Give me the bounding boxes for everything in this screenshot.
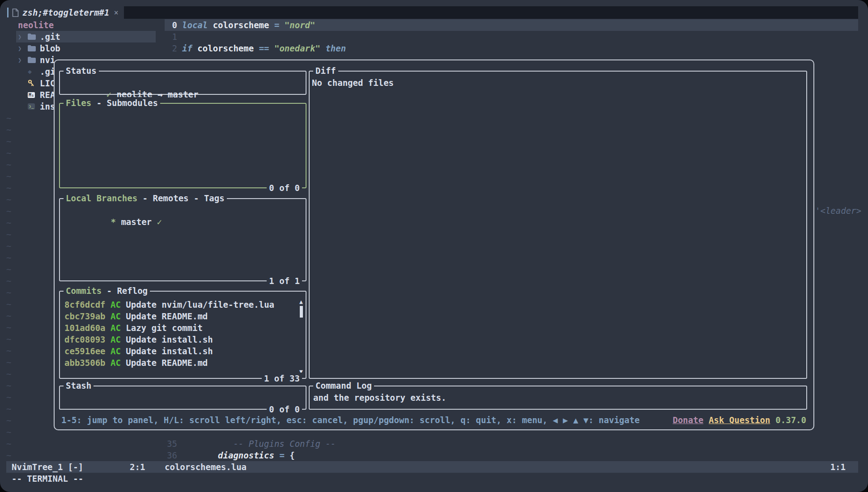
folder-icon: [28, 57, 40, 63]
donate-link[interactable]: Donate: [672, 414, 703, 426]
lazygit-float-window: Status ✓ neolite → master Files - Submod…: [54, 59, 814, 430]
tree-item-label: .gi: [40, 66, 55, 77]
line-number: 35: [165, 438, 177, 450]
panel-diff[interactable]: Diff No changed files: [309, 71, 807, 379]
code-line: 36 diagnostics = {: [165, 450, 336, 461]
panel-files[interactable]: Files - Submodules 0 of 0: [59, 103, 306, 188]
folder-icon: [28, 45, 40, 51]
commit-author: AC: [106, 358, 126, 368]
empty-line-tildes: ~~~~~~~~~~~~~~~~~~~~~~~~~~~~~~: [6, 112, 11, 461]
panel-tab-local-branches[interactable]: Local Branches: [66, 193, 137, 203]
panel-status-title: Status: [64, 65, 99, 76]
diff-content: No changed files: [310, 72, 806, 89]
line-number: 0: [165, 19, 177, 31]
leader-pending-keys: '<leader>: [815, 205, 861, 216]
keybinding-hints: 1-5: jump to panel, H/L: scroll left/rig…: [61, 414, 640, 426]
commit-author: AC: [106, 300, 126, 310]
commit-message: Update nvim/lua/file-tree.lua: [126, 300, 274, 310]
commit-hash: 101ad60a: [64, 323, 106, 333]
statusline: NvimTree_1 [-] 2:1 colorschemes.lua 1:1: [6, 461, 858, 473]
code-line: 1: [165, 31, 346, 42]
commit-hash: 8cf6dcdf: [64, 300, 106, 310]
mode-indicator: -- TERMINAL --: [12, 473, 83, 484]
scrollbar-thumb[interactable]: [300, 306, 303, 318]
gitignore-icon: ◆: [28, 66, 40, 77]
tab-close-icon[interactable]: ×: [114, 7, 118, 18]
commit-author: AC: [106, 335, 126, 344]
panel-tab-submodules[interactable]: Submodules: [107, 98, 158, 108]
panel-tab-commits[interactable]: Commits: [66, 286, 102, 296]
panel-files-title: Files - Submodules: [64, 97, 160, 109]
commit-row[interactable]: 101ad60a AC Lazy git commit: [64, 322, 295, 334]
tree-item-label: blob: [40, 42, 60, 54]
code-top-lines: 0local colorscheme = "nord"12if colorsch…: [165, 19, 346, 54]
panel-stash[interactable]: Stash 0 of 0: [59, 386, 306, 410]
branch-name: master: [168, 89, 199, 99]
commit-list: 8cf6dcdf AC Update nvim/lua/file-tree.lu…: [60, 292, 306, 369]
version-label: 0.37.0: [775, 414, 806, 426]
terminal-icon: ❯_: [28, 103, 40, 110]
panel-tab-remotes[interactable]: Remotes: [153, 193, 188, 203]
panel-status[interactable]: Status ✓ neolite → master: [59, 71, 306, 95]
branch-row-name[interactable]: master: [121, 217, 152, 227]
command-log-content: and the repository exists.: [310, 386, 806, 403]
commits-count: 1 of 33: [262, 373, 302, 384]
lazygit-keybar: 1-5: jump to panel, H/L: scroll left/rig…: [61, 414, 806, 426]
files-count: 0 of 0: [267, 182, 302, 194]
code-line: 2if colorscheme == "onedark" then: [165, 42, 346, 54]
code-line: 0local colorscheme = "nord": [165, 19, 346, 31]
panel-commits[interactable]: Commits - Reflog 8cf6dcdf AC Update nvim…: [59, 291, 306, 379]
commit-author: AC: [106, 346, 126, 356]
commit-hash: cbc739ab: [64, 311, 106, 321]
commit-row[interactable]: abb3506b AC Update README.md: [64, 357, 295, 369]
tab-toggleterm[interactable]: zsh;#toggleterm#1 ×: [6, 6, 124, 19]
tree-item-label: REA: [40, 89, 55, 101]
panel-stash-title: Stash: [64, 380, 94, 391]
panel-command-log[interactable]: Command Log and the repository exists.: [309, 386, 807, 410]
commit-row[interactable]: ce5916ee AC Update install.sh: [64, 345, 295, 357]
commit-row[interactable]: 8cf6dcdf AC Update nvim/lua/file-tree.lu…: [64, 299, 295, 310]
tab-title: zsh;#toggleterm#1: [22, 7, 109, 18]
scroll-up-icon[interactable]: ▲: [299, 299, 303, 305]
commit-message: Update install.sh: [126, 335, 213, 344]
tree-item-label: LIC: [40, 77, 55, 89]
stash-count: 0 of 0: [267, 403, 302, 415]
statusline-cursor-pos: 2:1: [130, 461, 145, 473]
line-number: 2: [165, 42, 177, 54]
terminal-window: zsh;#toggleterm#1 × 0local colorscheme =…: [0, 0, 868, 492]
commit-row[interactable]: dfc08093 AC Update install.sh: [64, 334, 295, 345]
panel-branches[interactable]: Local Branches - Remotes - Tags * master…: [59, 198, 306, 281]
statusline-buffer-name: NvimTree_1 [-]: [12, 461, 83, 473]
commit-message: Update README.md: [126, 311, 208, 321]
branches-count: 1 of 1: [267, 275, 302, 287]
chevron-right-icon[interactable]: ❯: [18, 54, 28, 66]
panel-diff-title: Diff: [313, 65, 338, 76]
document-icon: [12, 8, 19, 17]
panel-tab-tags[interactable]: Tags: [204, 193, 225, 203]
chevron-right-icon[interactable]: ❯: [18, 31, 28, 42]
panel-command-log-title: Command Log: [313, 380, 374, 391]
tabline: zsh;#toggleterm#1 ×: [6, 6, 858, 19]
current-branch-star: *: [111, 217, 116, 227]
tree-item-blob[interactable]: ❯blob: [16, 42, 156, 54]
ask-question-link[interactable]: Ask Question: [709, 414, 770, 426]
commit-hash: ce5916ee: [64, 346, 106, 356]
tab-accent-bar: [7, 8, 9, 17]
commit-message: Update README.md: [126, 358, 208, 368]
commit-row[interactable]: cbc739ab AC Update README.md: [64, 310, 295, 322]
tree-item-dot-git[interactable]: ❯.git: [16, 31, 156, 42]
panel-tab-reflog[interactable]: Reflog: [117, 286, 148, 296]
chevron-right-icon[interactable]: ❯: [18, 42, 28, 54]
commits-scrollbar[interactable]: ▲ ▼: [298, 299, 304, 374]
tree-item-label: nvi: [40, 54, 55, 66]
tree-root[interactable]: neolite: [16, 19, 156, 31]
folder-icon: [28, 34, 40, 40]
commit-hash: dfc08093: [64, 335, 106, 344]
panel-commits-title: Commits - Reflog: [64, 285, 150, 297]
line-number: 1: [165, 31, 177, 42]
tree-item-label: ins: [40, 101, 55, 112]
branch-check-icon: ✓: [157, 217, 162, 227]
markdown-icon: M↓: [28, 92, 40, 98]
commit-message: Update install.sh: [126, 346, 213, 356]
panel-tab-files[interactable]: Files: [66, 98, 91, 108]
